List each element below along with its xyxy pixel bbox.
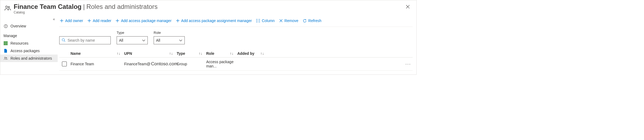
header-label: Added by	[237, 51, 254, 56]
svg-point-22	[62, 38, 65, 41]
header-label: Name	[71, 51, 81, 56]
people-icon	[3, 56, 8, 60]
cell-upn-local: FinanceTeam@	[124, 62, 150, 66]
svg-point-1	[8, 6, 9, 8]
header-label: Role	[206, 51, 214, 56]
sidebar-item-label: Roles and administrators	[10, 56, 52, 60]
people-icon	[4, 5, 11, 12]
add-reader-button[interactable]: Add reader	[87, 17, 112, 24]
refresh-button[interactable]: Refresh	[302, 17, 322, 24]
search-input[interactable]	[67, 38, 115, 43]
svg-point-0	[6, 6, 8, 8]
svg-rect-6	[5, 41, 6, 42]
table-row[interactable]: Finance Team FinanceTeam@Contoso.com Gro…	[59, 58, 413, 71]
button-label: Add access package manager	[121, 19, 171, 23]
button-label: Add owner	[65, 19, 83, 23]
dropdown-value: All	[119, 38, 123, 42]
sort-icon: ↑↓	[230, 51, 234, 56]
sort-icon: ↑↓	[169, 51, 173, 56]
search-icon	[62, 38, 65, 43]
sidebar-section-manage: Manage	[0, 30, 58, 40]
page-section: Roles and administrators	[86, 3, 157, 10]
button-label: Add access package assignment manager	[181, 19, 252, 23]
sidebar-item-roles-admins[interactable]: Roles and administrators	[0, 55, 58, 62]
svg-rect-12	[5, 44, 6, 45]
role-filter-dropdown[interactable]: All	[154, 36, 185, 44]
svg-point-15	[6, 57, 7, 58]
row-checkbox[interactable]	[62, 62, 67, 66]
column-header-role[interactable]: Role ↑↓	[206, 51, 237, 56]
svg-rect-13	[6, 44, 8, 45]
svg-point-4	[5, 25, 6, 25]
chevron-down-icon	[142, 38, 145, 42]
page-subtitle: Catalog	[14, 10, 404, 14]
cell-upn-domain: Contoso.com	[151, 61, 178, 67]
x-icon	[279, 19, 283, 23]
plus-icon	[87, 19, 91, 23]
search-input-wrapper[interactable]	[59, 36, 111, 44]
sidebar-item-resources[interactable]: Resources	[0, 40, 58, 47]
type-filter-dropdown[interactable]: All	[117, 36, 148, 44]
svg-line-23	[64, 41, 65, 42]
title-separator: |	[83, 3, 85, 10]
add-owner-button[interactable]: Add owner	[59, 17, 84, 24]
column-header-name[interactable]: Name ↑↓	[71, 51, 124, 56]
svg-rect-11	[4, 44, 5, 45]
info-icon	[3, 24, 8, 28]
cell-type: Group	[177, 62, 187, 66]
chevron-down-icon	[179, 38, 182, 42]
collapse-sidebar-button[interactable]: «	[52, 16, 56, 22]
cell-name: Finance Team	[71, 62, 94, 66]
svg-rect-7	[6, 41, 8, 42]
grid-icon	[3, 41, 8, 45]
role-filter-label: Role	[154, 31, 185, 35]
sidebar-item-label: Overview	[10, 24, 26, 28]
type-filter-label: Type	[117, 31, 148, 35]
remove-button[interactable]: Remove	[279, 17, 299, 24]
columns-icon	[256, 19, 260, 22]
add-access-package-manager-button[interactable]: Add access package manager	[115, 17, 172, 24]
column-button[interactable]: Column	[256, 17, 275, 24]
column-header-upn[interactable]: UPN ↑↓	[124, 51, 177, 56]
column-header-type[interactable]: Type ↑↓	[177, 51, 206, 56]
button-label: Remove	[284, 19, 298, 23]
plus-icon	[176, 19, 180, 23]
button-label: Add reader	[93, 19, 111, 23]
column-header-added-by[interactable]: Added by ↑↓	[237, 51, 268, 56]
svg-rect-5	[4, 41, 5, 42]
refresh-icon	[303, 19, 307, 23]
sidebar-item-label: Access packages	[10, 49, 40, 53]
svg-rect-8	[4, 43, 5, 44]
sort-icon: ↑↓	[117, 51, 120, 56]
sort-icon: ↑↓	[260, 51, 264, 56]
sidebar-item-label: Resources	[10, 41, 28, 45]
sidebar-item-overview[interactable]: Overview	[0, 22, 58, 30]
document-icon	[3, 49, 8, 53]
header-label: UPN	[124, 51, 132, 56]
button-label: Column	[262, 19, 275, 23]
plus-icon	[60, 19, 64, 23]
svg-point-14	[5, 57, 6, 58]
button-label: Refresh	[308, 19, 321, 23]
close-button[interactable]	[404, 3, 412, 11]
row-more-button[interactable]: ···	[405, 61, 411, 67]
header-label: Type	[177, 51, 185, 56]
svg-rect-9	[5, 43, 6, 44]
cell-role: Access package man...	[206, 60, 234, 68]
plus-icon	[116, 19, 119, 23]
dropdown-value: All	[156, 38, 160, 42]
svg-rect-10	[6, 43, 8, 44]
sidebar-item-access-packages[interactable]: Access packages	[0, 47, 58, 55]
page-title: Finance Team Catalog	[14, 3, 82, 10]
add-access-package-assignment-manager-button[interactable]: Add access package assignment manager	[175, 17, 253, 24]
sort-icon: ↑↓	[199, 51, 202, 56]
